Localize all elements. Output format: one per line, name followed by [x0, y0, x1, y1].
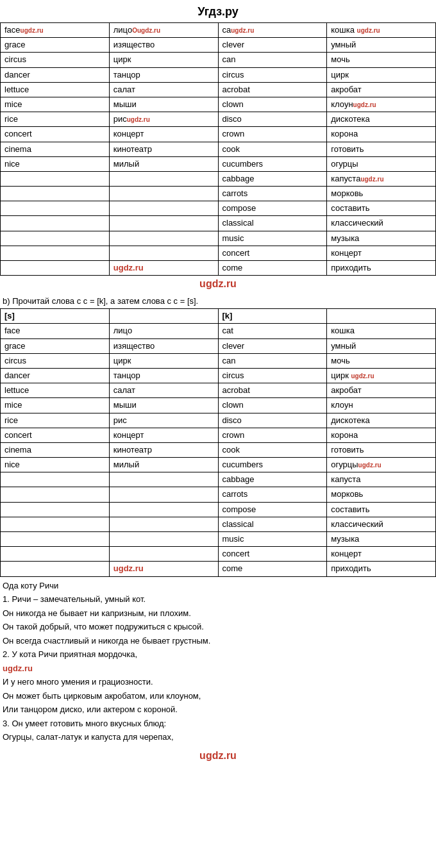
prose-wm: ugdz.ru [3, 662, 433, 675]
table-row: niceмилыйcucumbersогурцы [1, 156, 436, 171]
prose-section: Ода коту Ричи 1. Ричи – замечательный, у… [0, 577, 436, 747]
prose-line-3: Он такой добрый, что может подружиться с… [3, 621, 433, 633]
table-row: composeсоставить [1, 502, 436, 517]
table-row: miceмышиclownклоунugdz.ru [1, 97, 436, 112]
table-row: cinemaкинотеатрcookготовить [1, 442, 436, 457]
prose-line-10: Огурцы, салат-латук и капуста для черепа… [3, 731, 433, 744]
prose-line-1: 1. Ричи – замечательный, умный кот. [3, 593, 433, 606]
table-row: cabbageкапуста [1, 472, 436, 487]
watermark-bottom-1: ugdz.ru [0, 276, 436, 292]
prose-line-5: 2. У кота Ричи приятная мордочка, [3, 648, 433, 661]
prose-title: Ода коту Ричи [3, 580, 433, 592]
table-row: concertконцерт [1, 246, 436, 260]
table-row: miceмышиclownклоун [1, 398, 436, 413]
table-1: faceugdz.ru лицоOugdz.ru caugdz.ru кошка… [0, 22, 436, 276]
table-row: ugdz.rucomeприходить [1, 261, 436, 276]
table-2: [s] [k] faceлицоcatкошка graceизяществоc… [0, 308, 436, 576]
table-row: carrotsморковь [1, 187, 436, 201]
table-row: graceизяществоcleverумный [1, 38, 436, 53]
prose-line-2: Он никогда не бывает ни капризным, ни пл… [3, 607, 433, 620]
table-row: lettuceсалатacrobatакробат [1, 383, 436, 398]
table-row: carrotsморковь [1, 487, 436, 502]
table-row: musicмузыка [1, 532, 436, 547]
table-row: dancerтанцорcircusцирк ugdz.ru [1, 368, 436, 383]
table-row: ugdz.rucomeприходить [1, 562, 436, 576]
prose-line-6: И у него много умения и грациозности. [3, 676, 433, 689]
table-row: lettuceсалатacrobatакробат [1, 82, 436, 97]
table-row: classicalклассический [1, 517, 436, 531]
t1-col2-header: лицоOugdz.ru [113, 25, 160, 35]
prose-line-9: 3. Он умеет готовить много вкусных блюд: [3, 717, 433, 730]
table-row: niceмилыйcucumbersогурцыugdz.ru [1, 458, 436, 472]
table-row: circusциркcanмочь [1, 53, 436, 67]
page-title: Угдз.ру [0, 0, 436, 22]
prose-line-7: Он может быть цирковым акробатом, или кл… [3, 690, 433, 703]
table-row: musicмузыка [1, 231, 436, 246]
section-b-label: b) Прочитай слова с c = [k], а затем сло… [0, 292, 436, 308]
table-row: concertконцерт [1, 547, 436, 562]
table-row: concertконцертcrownкорона [1, 127, 436, 142]
watermark-bottom-2: ugdz.ru [0, 747, 436, 764]
t1-col4-header: кошка ugdz.ru [331, 25, 380, 35]
table-row: faceлицоcatкошка [1, 324, 436, 338]
table-row: composeсоставить [1, 201, 436, 216]
table-row: riceрисdiscoдискотека [1, 413, 436, 428]
table-row: cabbageкапустаugdz.ru [1, 171, 436, 186]
table-row: riceрисugdz.rudiscoдискотека [1, 112, 436, 127]
prose-line-8: Или танцором диско, или актером с короно… [3, 703, 433, 716]
table-row: dancerтанцорcircusцирк [1, 67, 436, 82]
table-row: classicalклассический [1, 216, 436, 231]
table-row: cinemaкинотеатрcookготовить [1, 142, 436, 156]
t1-col3-header: caugdz.ru [222, 25, 255, 35]
table-row: circusциркcanмочь [1, 353, 436, 368]
table-row: graceизяществоcleverумный [1, 338, 436, 353]
t1-col1-header: faceugdz.ru [4, 25, 44, 35]
prose-line-4: Он всегда счастливый и никогда не бывает… [3, 635, 433, 647]
table-row: concertконцертcrownкорона [1, 428, 436, 442]
